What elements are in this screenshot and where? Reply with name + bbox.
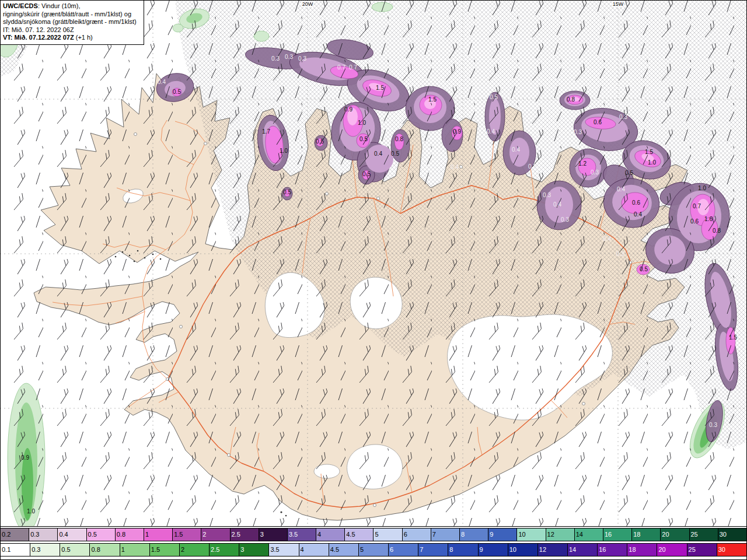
title-line-1: UWC/ECDS: Vindur (10m), <box>3 2 141 10</box>
legend-cell-value: 0.3 <box>30 547 40 553</box>
iceland-weather-map: 0.30.30.30.70.70.40.51.50.91.50.50.81.00… <box>0 0 747 527</box>
legend-cell: 16 <box>603 528 632 541</box>
precip-value-label: 0.4 <box>634 211 642 218</box>
legend-cell: 5 <box>359 544 389 556</box>
precip-value-label: 1.2 <box>578 160 587 167</box>
legend-cell: 30 <box>718 528 746 541</box>
legend-cell: 6 <box>389 544 418 556</box>
legend-cell-value: 0.4 <box>58 531 68 538</box>
precip-value-label: 0.4 <box>451 164 459 170</box>
precip-value-label: 0.5 <box>490 94 498 100</box>
legend-cell: 0.2 <box>1 528 29 541</box>
legend-cell: 30 <box>717 544 746 556</box>
legend-cell: 1.5 <box>173 528 201 541</box>
precip-value-label: 0.4 <box>158 79 166 85</box>
legend-cell-value: 3.5 <box>288 531 298 538</box>
longitude-label: 20W <box>302 1 313 7</box>
legend-cell: 0.4 <box>58 528 86 541</box>
legend-cell-value: 2.5 <box>210 547 219 553</box>
precip-value-label: 0.5 <box>625 170 633 176</box>
legend-cell: 14 <box>575 528 603 541</box>
legend-cell-value: 2 <box>180 547 184 553</box>
legend-cell: 6 <box>403 528 431 541</box>
legend-cell: 18 <box>632 528 661 541</box>
legend-cell-value: 10 <box>517 531 525 538</box>
legend-cell: 3.5 <box>269 544 299 556</box>
legend-cell: 0.8 <box>90 544 120 556</box>
precip-value-label: 1.0 <box>648 159 656 166</box>
legend-cell: 10 <box>508 544 538 556</box>
legend-cell: 12 <box>546 528 575 541</box>
legend-cell-value: 3.5 <box>269 547 279 553</box>
legend-cell: 3 <box>239 544 269 556</box>
legend-cell: 9 <box>488 528 517 541</box>
title-line-3: slydda/snjókoma (grátt/bleikt/grænt - mm… <box>3 18 141 26</box>
precip-value-label: 1.5 <box>645 149 653 155</box>
precip-value-label: 0.3 <box>271 55 280 62</box>
legend-cell-value: 4 <box>299 547 304 553</box>
precip-value-label: 0.3 <box>574 129 582 135</box>
legend-cell-value: 1.5 <box>150 547 160 553</box>
legend-cell: 7 <box>431 528 460 541</box>
legend-cell-value: 5 <box>374 531 378 538</box>
precip-value-label: 0.3 <box>561 216 569 223</box>
precip-value-label: 0.6 <box>594 119 602 125</box>
legend-cell: 4 <box>299 544 329 556</box>
legend-cell-value: 7 <box>418 547 423 553</box>
legend-cell-value: 14 <box>568 547 576 553</box>
legend-cell: 25 <box>687 544 717 556</box>
title-box: UWC/ECDS: Vindur (10m), rigning/skúrir (… <box>0 0 144 45</box>
legend-cell-value: 9 <box>488 531 493 538</box>
legend-cell: 0.5 <box>60 544 90 556</box>
legend-cell-value: 1 <box>144 531 149 538</box>
legend-cell-value: 0.8 <box>90 547 100 553</box>
precip-value-label: 0.4 <box>374 150 382 157</box>
legend-cell: 2 <box>201 528 230 541</box>
precip-value-label: 0.5 <box>362 171 371 177</box>
legend-cell-value: 6 <box>403 531 407 538</box>
precip-value-label: 1.5 <box>729 334 737 341</box>
precip-value-label: 1.0 <box>698 185 706 191</box>
precip-value-label: 1.0 <box>280 148 288 154</box>
legend-cell-value: 20 <box>657 547 665 553</box>
legend-cell-value: 7 <box>431 531 436 538</box>
legend-cell-value: 8 <box>460 531 465 538</box>
legend-cell: 2 <box>180 544 210 556</box>
legend-cell-value: 5 <box>359 547 364 553</box>
legend-cell: 3.5 <box>288 528 316 541</box>
precip-value-label: 0.7 <box>693 203 701 209</box>
legend-cell-value: 0.5 <box>60 547 70 553</box>
legend-cell-value: 18 <box>632 531 640 538</box>
precip-value-label: 0.3 <box>543 192 551 198</box>
precip-value-label: 0.3 <box>619 114 627 120</box>
legend-cell-value: 0.1 <box>1 547 11 553</box>
precip-value-label: 0.6 <box>690 218 699 225</box>
legend-cell-value: 9 <box>479 547 483 553</box>
precip-value-label: 0.3 <box>616 251 624 257</box>
precip-value-label: 1.0 <box>358 120 366 126</box>
precip-value-label: 0.5 <box>316 138 324 145</box>
legend-cell: 4.5 <box>345 528 374 541</box>
legend-cell-value: 3 <box>259 531 264 538</box>
legend-cell: 8 <box>460 528 488 541</box>
title-line-4: IT: Mið. 07. 12. 2022 06Z <box>3 26 141 34</box>
legend-cell: 4.5 <box>329 544 359 556</box>
precip-value-label: 1.5 <box>428 96 437 103</box>
precip-value-label: 1.6 <box>704 216 713 222</box>
legend-cell: 0.8 <box>116 528 144 541</box>
legend-cell: 25 <box>690 528 718 541</box>
precip-value-label: 0.3 <box>709 422 717 428</box>
legend-cell: 0.3 <box>29 528 58 541</box>
legend-cell: 20 <box>661 528 689 541</box>
legend-cell-value: 0.5 <box>87 531 97 538</box>
legend-cell-value: 6 <box>389 547 393 553</box>
legend-cell-value: 18 <box>627 547 636 553</box>
legend-cell: 14 <box>568 544 598 556</box>
legend-cell: 2.5 <box>231 528 259 541</box>
legend-cell-value: 2 <box>201 531 206 538</box>
legend-cell-value: 4 <box>316 531 321 538</box>
legend-cell-value: 4.5 <box>345 531 355 538</box>
precip-value-label: 0.3 <box>701 258 709 264</box>
legend-cell-value: 3 <box>239 547 244 553</box>
legend-cell: 8 <box>448 544 478 556</box>
